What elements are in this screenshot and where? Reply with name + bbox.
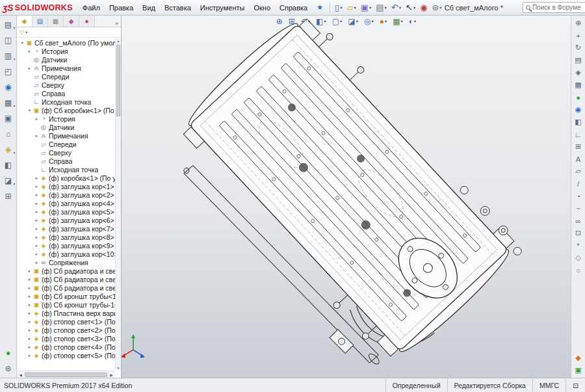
- dropdown-caret-icon[interactable]: ▾: [13, 103, 15, 108]
- tree-item[interactable]: ▱Спереди: [17, 72, 115, 81]
- print-icon[interactable]: ▤▾: [374, 3, 388, 12]
- status-editing[interactable]: Редактируется Сборка: [447, 378, 532, 392]
- render-tools-icon[interactable]: ●: [1, 346, 16, 359]
- tree-item[interactable]: ▾▣(ф) Сб коробки<1> (По умолчан: [17, 106, 115, 114]
- save-icon[interactable]: ▣▾: [359, 3, 373, 12]
- status-custom-icon[interactable]: ⊡: [566, 378, 585, 392]
- render-icon[interactable]: ▣: [573, 365, 584, 376]
- dropdown-caret-icon[interactable]: ▾: [13, 181, 15, 186]
- dropdown-caret-icon[interactable]: ▾: [340, 5, 342, 10]
- appearance-ball-icon[interactable]: ◆: [573, 352, 584, 363]
- expand-arrow-icon[interactable]: ▸: [34, 192, 40, 198]
- tab-propertymanager[interactable]: ▤: [32, 16, 48, 27]
- tree-item[interactable]: ▸◈(ф) стопор свет<5> (По умолча: [17, 351, 115, 359]
- menu-item[interactable]: Инструменты: [196, 2, 250, 14]
- section-icon[interactable]: ◧: [573, 116, 584, 127]
- tree-item[interactable]: ▸◈(ф) коробка<1> (По умолчан: [17, 174, 115, 182]
- tab-configurationmanager[interactable]: ▦: [48, 16, 64, 27]
- expand-arrow-icon[interactable]: ▸: [34, 218, 40, 223]
- menu-item[interactable]: Справка: [275, 2, 312, 14]
- open-folder-icon[interactable]: ▱▾: [345, 3, 357, 12]
- task-pane-icon[interactable]: ▥▾: [1, 49, 16, 62]
- tree-item[interactable]: ▸▣(ф) Сб радиатора и свет-2<1> (П: [17, 283, 115, 292]
- tree-item[interactable]: ▸◈(ф) Пластина верх вариант<1> (П: [17, 309, 115, 317]
- zoom-fit-icon[interactable]: ⊕: [275, 17, 284, 26]
- previous-view-icon[interactable]: ↶▾: [300, 17, 311, 26]
- expand-arrow-icon[interactable]: ▸: [34, 184, 40, 189]
- expand-arrow-icon[interactable]: ▸: [27, 49, 32, 54]
- tree-item[interactable]: ▱Спереди: [17, 140, 115, 148]
- front-view-icon[interactable]: ▤: [573, 55, 584, 66]
- tree-item[interactable]: ▱Справа: [17, 157, 115, 165]
- tree-item[interactable]: ▸◈(ф) стопор свет<1> (По умолчан: [17, 317, 115, 326]
- tree-item[interactable]: ▸◈(ф) стопор свет<4> (По умолча: [17, 343, 115, 351]
- tree-filter[interactable]: ▽ ▾: [17, 27, 121, 38]
- expand-arrow-icon[interactable]: ▸: [27, 302, 32, 307]
- file-explorer-icon[interactable]: ◫: [1, 34, 16, 47]
- explode-icon[interactable]: *: [573, 240, 584, 251]
- dropdown-caret-icon[interactable]: ▾: [401, 19, 403, 24]
- scroll-down-icon[interactable]: ▼: [116, 366, 121, 370]
- forum-icon[interactable]: ⌂: [1, 127, 16, 140]
- mass-properties-icon[interactable]: ⊞: [573, 141, 584, 152]
- tab-displaymanager[interactable]: ●: [79, 16, 95, 27]
- pin-icon[interactable]: ★: [313, 3, 326, 12]
- design-library-icon[interactable]: ▤▾: [1, 18, 16, 31]
- isometric-view-icon[interactable]: ◈: [573, 67, 584, 78]
- tree-item[interactable]: ▱Сверху: [17, 148, 115, 157]
- sketch-icon[interactable]: ◔: [573, 190, 584, 202]
- tree-item[interactable]: ▾▣Сб свет_мАлого (По умолчанию<Сс: [17, 38, 115, 47]
- tree-vscroll-thumb[interactable]: [116, 45, 120, 116]
- tree-horizontal-scrollbar[interactable]: ◀ ▶: [17, 371, 115, 378]
- tree-item[interactable]: ▸◈(ф) заглушка кор<9> (По ум: [17, 241, 115, 250]
- dropdown-caret-icon[interactable]: ▾: [13, 57, 15, 61]
- appearance-icon[interactable]: ◉: [573, 104, 584, 115]
- tree-item[interactable]: ▸▣(ф) Сб кроншт трубы-1<1> (По у: [17, 300, 115, 309]
- scene-icon[interactable]: ▦▾: [1, 96, 16, 109]
- expand-arrow-icon[interactable]: ▸: [27, 319, 32, 324]
- dropdown-caret-icon[interactable]: ▾: [371, 19, 373, 24]
- expand-arrow-icon[interactable]: ▸: [27, 345, 32, 350]
- tree-item[interactable]: ▸▣(ф) Сб радиатора и свет-1<1> (П: [17, 275, 115, 283]
- tree-item[interactable]: ▸◈(ф) заглушка кор<1> (По ум: [17, 182, 115, 190]
- smart-dimension-icon[interactable]: ◇: [573, 252, 584, 263]
- tree-item[interactable]: ▸◔История: [17, 47, 115, 55]
- wireframe-icon[interactable]: ▦: [573, 79, 584, 90]
- rotate-view-icon[interactable]: ↻: [573, 42, 584, 53]
- dropdown-caret-icon[interactable]: ▾: [414, 19, 416, 24]
- tree-item[interactable]: ▸◈(ф) заглушка кор<6> (По ум: [17, 216, 115, 224]
- expand-arrow-icon[interactable]: ▸: [27, 285, 32, 291]
- expand-arrow-icon[interactable]: ▸: [27, 353, 32, 358]
- tree-item[interactable]: ▸◈(ф) стопор свет<2> (По умолча: [17, 326, 115, 334]
- expand-arrow-icon[interactable]: ▸: [27, 328, 32, 333]
- expand-arrow-icon[interactable]: ▸: [34, 116, 40, 122]
- edit-appearance-icon[interactable]: ●▾: [378, 17, 389, 26]
- toolbox-icon[interactable]: ◰: [1, 65, 16, 78]
- dropdown-caret-icon[interactable]: ▾: [308, 19, 310, 24]
- new-document-icon[interactable]: ▯▾: [333, 3, 343, 12]
- expand-arrow-icon[interactable]: ▸: [34, 243, 40, 248]
- tree-item[interactable]: ▸◈(ф) стопор свет<3> (По умолча: [17, 334, 115, 343]
- pattern-icon[interactable]: ⊡: [573, 228, 584, 239]
- dropdown-caret-icon[interactable]: ▾: [340, 19, 342, 24]
- search-input[interactable]: [532, 4, 585, 11]
- tree-item[interactable]: ▸◈(ф) заглушка кор<7> (По ум: [17, 224, 115, 233]
- status-units[interactable]: ММГС: [532, 378, 566, 392]
- tree-hscroll-thumb[interactable]: [25, 372, 107, 377]
- evaluate-icon[interactable]: ⊞: [1, 190, 16, 203]
- expand-arrow-icon[interactable]: ▸: [34, 201, 40, 206]
- section-view-icon[interactable]: ◧▾: [315, 17, 328, 26]
- tree-item[interactable]: ▸◈(ф) заглушка кор<8> (По ум: [17, 233, 115, 241]
- tree-item[interactable]: ▸◈(ф) заглушка кор<5> (По ум: [17, 207, 115, 216]
- custom-properties-icon[interactable]: ▣: [1, 112, 16, 125]
- axis-icon[interactable]: /: [573, 178, 584, 189]
- hide-show-items-icon[interactable]: ◎▾: [363, 17, 375, 26]
- expand-arrow-icon[interactable]: ▸: [34, 235, 40, 240]
- dropdown-caret-icon[interactable]: ▾: [13, 25, 15, 30]
- zoom-area-icon[interactable]: ⊞: [287, 17, 296, 26]
- undo-icon[interactable]: ↶▾: [390, 3, 402, 12]
- expand-arrow-icon[interactable]: ▾: [20, 40, 25, 46]
- tree-vertical-scrollbar[interactable]: ▲ ▼: [115, 38, 121, 371]
- zoom-fit-icon[interactable]: ⊕: [573, 18, 584, 29]
- plane-icon[interactable]: ▱: [573, 166, 584, 177]
